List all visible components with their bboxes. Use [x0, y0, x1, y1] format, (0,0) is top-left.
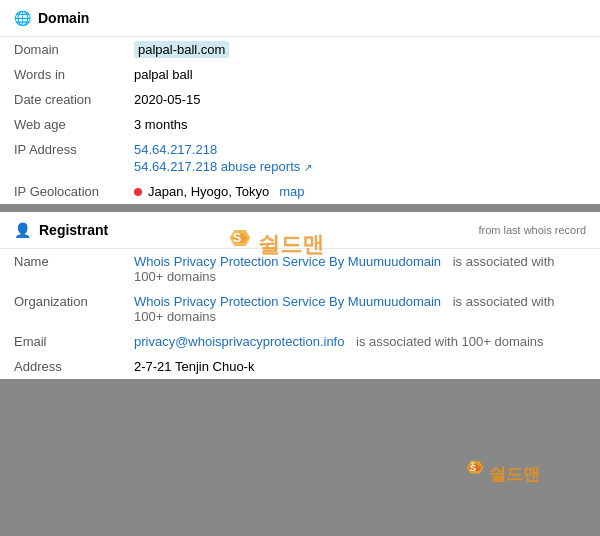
date-creation-value: 2020-05-15 [120, 87, 600, 112]
name-label: Name [0, 249, 120, 289]
email-assoc: is associated with 100+ domains [356, 334, 544, 349]
table-row: IP Geolocation Japan, Hyogo, Tokyo map [0, 179, 600, 204]
registrant-section-header: 👤 Registrant from last whois record [0, 212, 600, 249]
ip-abuse-link[interactable]: 54.64.217.218 abuse reports ↗ [134, 159, 312, 174]
domain-value: palpal-ball.com [120, 37, 600, 62]
email-cell: privacy@whoisprivacyprotection.info is a… [120, 329, 600, 354]
domain-info-table: Domain palpal-ball.com Words in palpal b… [0, 37, 600, 204]
email-label: Email [0, 329, 120, 354]
org-link[interactable]: Whois Privacy Protection Service By Muum… [134, 294, 441, 309]
web-age-value: 3 months [120, 112, 600, 137]
domain-highlighted: palpal-ball.com [134, 41, 229, 58]
table-row: IP Address 54.64.217.218 54.64.217.218 a… [0, 137, 600, 179]
registrant-info-table: Name Whois Privacy Protection Service By… [0, 249, 600, 379]
domain-section-header: 🌐 Domain [0, 0, 600, 37]
date-creation-label: Date creation [0, 87, 120, 112]
table-row: Name Whois Privacy Protection Service By… [0, 249, 600, 289]
ip-row: 54.64.217.218 54.64.217.218 abuse report… [134, 142, 586, 174]
words-in-label: Words in [0, 62, 120, 87]
ip-abuse-row: 54.64.217.218 abuse reports ↗ [134, 159, 586, 174]
web-age-label: Web age [0, 112, 120, 137]
table-row: Web age 3 months [0, 112, 600, 137]
ip-abuse-text: 54.64.217.218 abuse reports [134, 159, 300, 174]
words-in-value: palpal ball [120, 62, 600, 87]
registrant-title: Registrant [39, 222, 108, 238]
table-row: Words in palpal ball [0, 62, 600, 87]
ip-address-link[interactable]: 54.64.217.218 [134, 142, 586, 157]
domain-section: 🌐 Domain Domain palpal-ball.com Words in… [0, 0, 600, 204]
external-link-icon: ↗ [304, 162, 312, 173]
red-dot-icon [134, 188, 142, 196]
address-label: Address [0, 354, 120, 379]
page-wrapper: 🌐 Domain Domain palpal-ball.com Words in… [0, 0, 600, 536]
org-cell: Whois Privacy Protection Service By Muum… [120, 289, 600, 329]
registrant-section: 👤 Registrant from last whois record Name… [0, 212, 600, 379]
registrant-header-left: 👤 Registrant [14, 222, 108, 238]
geo-value: Japan, Hyogo, Tokyo [148, 184, 269, 199]
map-link[interactable]: map [279, 184, 304, 199]
domain-label: Domain [0, 37, 120, 62]
table-row: Date creation 2020-05-15 [0, 87, 600, 112]
name-cell: Whois Privacy Protection Service By Muum… [120, 249, 600, 289]
table-row: Domain palpal-ball.com [0, 37, 600, 62]
name-link[interactable]: Whois Privacy Protection Service By Muum… [134, 254, 441, 269]
ip-geolocation-cell: Japan, Hyogo, Tokyo map [120, 179, 600, 204]
globe-icon: 🌐 [14, 10, 30, 26]
person-icon: 👤 [14, 222, 31, 238]
domain-title: Domain [38, 10, 89, 26]
ip-geolocation-label: IP Geolocation [0, 179, 120, 204]
org-label: Organization [0, 289, 120, 329]
geo-row: Japan, Hyogo, Tokyo map [134, 184, 586, 199]
table-row: Organization Whois Privacy Protection Se… [0, 289, 600, 329]
address-value: 2-7-21 Tenjin Chuo-k [120, 354, 600, 379]
ip-address-label: IP Address [0, 137, 120, 179]
email-link[interactable]: privacy@whoisprivacyprotection.info [134, 334, 344, 349]
table-row: Email privacy@whoisprivacyprotection.inf… [0, 329, 600, 354]
from-record-text: from last whois record [478, 224, 586, 236]
bottom-gray-area [0, 387, 600, 527]
table-row: Address 2-7-21 Tenjin Chuo-k [0, 354, 600, 379]
ip-address-cell: 54.64.217.218 54.64.217.218 abuse report… [120, 137, 600, 179]
